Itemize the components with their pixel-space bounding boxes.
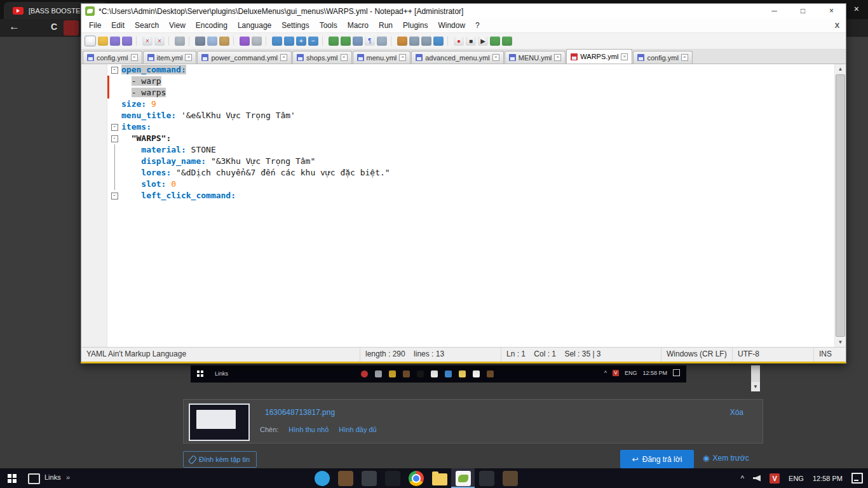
tab-menu-yml-6[interactable]: MENU.yml× xyxy=(505,51,566,64)
editor-scrollbar-thumb[interactable] xyxy=(836,74,845,337)
close-all-icon[interactable]: × xyxy=(154,36,165,46)
paste-icon[interactable] xyxy=(219,36,229,46)
editor[interactable]: 1-open_command:2 - warp3 - warps4size: 9… xyxy=(81,64,846,347)
fold-collapse-icon[interactable]: - xyxy=(111,124,118,131)
start-button[interactable] xyxy=(8,474,11,478)
run-macro-icon[interactable] xyxy=(502,36,512,46)
menu-item-window[interactable]: Window xyxy=(433,18,470,32)
tab-close-icon[interactable]: × xyxy=(280,54,287,61)
page-scrollbar[interactable]: ▼ xyxy=(751,365,760,391)
sync-vertical-icon[interactable] xyxy=(329,36,339,46)
fold-margin[interactable]: - xyxy=(109,133,119,144)
undo-icon[interactable] xyxy=(240,36,250,46)
fold-collapse-icon[interactable]: - xyxy=(111,135,118,142)
close-button[interactable]: × xyxy=(817,4,846,18)
tab-item-yml-1[interactable]: item.yml× xyxy=(143,51,197,64)
volume-icon[interactable] xyxy=(753,475,761,482)
menu-close-x[interactable]: X xyxy=(835,22,839,29)
fold-margin[interactable] xyxy=(109,98,119,110)
taskbar-app-dark-icon[interactable] xyxy=(357,468,381,488)
save-all-icon[interactable] xyxy=(122,36,132,46)
tab-advanced-menu-yml-5[interactable]: advanced_menu.yml× xyxy=(411,51,504,64)
tab-close-icon[interactable]: × xyxy=(554,54,561,61)
tab-config-yml-0[interactable]: config.yml× xyxy=(83,51,142,64)
fold-margin[interactable] xyxy=(109,87,119,98)
fold-margin[interactable] xyxy=(109,179,119,190)
word-wrap-icon[interactable] xyxy=(353,36,363,46)
fold-margin[interactable] xyxy=(109,156,119,167)
close-file-icon[interactable]: × xyxy=(142,36,153,46)
title-bar[interactable]: *C:\Users\Admin\Desktop\Server\plugins\D… xyxy=(81,4,846,18)
fold-margin[interactable]: - xyxy=(109,64,119,76)
taskbar-clock[interactable]: 12:58 PM xyxy=(813,475,843,482)
fold-margin[interactable] xyxy=(109,144,119,156)
fold-margin[interactable] xyxy=(109,167,119,179)
calculator-icon[interactable] xyxy=(475,468,498,488)
editor-scrollbar[interactable]: ▲ ▼ xyxy=(834,64,846,347)
tab-config-yml-8[interactable]: config.yml× xyxy=(633,51,693,64)
language-indicator[interactable]: ENG xyxy=(789,475,804,482)
tab-power-command-yml-2[interactable]: power_command.yml× xyxy=(197,51,292,64)
menu-item-view[interactable]: View xyxy=(164,18,191,32)
scroll-up-icon[interactable]: ▲ xyxy=(838,64,843,74)
save-macro-icon[interactable] xyxy=(490,36,500,46)
save-icon[interactable] xyxy=(110,36,120,46)
function-list-icon[interactable] xyxy=(397,36,407,46)
tab-warps-yml-7[interactable]: WARPS.yml× xyxy=(566,49,632,64)
menu-item-tools[interactable]: Tools xyxy=(315,18,342,32)
new-file-icon[interactable] xyxy=(85,36,96,46)
find-icon[interactable] xyxy=(272,36,282,46)
copy-icon[interactable] xyxy=(207,36,217,46)
reload-button[interactable]: C xyxy=(51,22,57,32)
play-macro-icon[interactable]: ▶ xyxy=(478,36,488,46)
preview-post-link[interactable]: ◉ Xem trước xyxy=(703,454,749,463)
menu-item-macro[interactable]: Macro xyxy=(342,18,374,32)
menu-item-file[interactable]: File xyxy=(84,18,106,32)
replace-icon[interactable] xyxy=(284,36,294,46)
attach-file-button[interactable]: Đính kèm tập tin xyxy=(183,451,257,468)
stop-macro-icon[interactable]: ■ xyxy=(466,36,476,46)
redo-icon[interactable] xyxy=(252,36,262,46)
taskbar-links-label[interactable]: Links xyxy=(44,473,61,481)
tab-close-icon[interactable]: × xyxy=(399,54,406,61)
fold-margin[interactable] xyxy=(109,110,119,121)
menu-item-plugins[interactable]: Plugins xyxy=(398,18,433,32)
print-icon[interactable] xyxy=(175,36,185,46)
links-chevron-icon[interactable]: » xyxy=(66,473,70,481)
scroll-down-icon[interactable]: ▼ xyxy=(838,337,843,347)
taskbar-app-media-icon[interactable] xyxy=(381,468,404,488)
menu-item-settings[interactable]: Settings xyxy=(276,18,314,32)
ime-vietkey-icon[interactable]: V xyxy=(770,473,780,484)
notepadpp-taskbar-icon[interactable] xyxy=(451,468,475,488)
minimize-button[interactable]: ─ xyxy=(760,4,789,18)
menu-item-help[interactable]: ? xyxy=(470,18,485,32)
record-macro-icon[interactable]: ● xyxy=(454,36,464,46)
tab-menu-yml-4[interactable]: menu.yml× xyxy=(353,51,411,64)
zoom-out-icon[interactable]: − xyxy=(308,36,318,46)
tab-close-icon[interactable]: × xyxy=(185,54,192,61)
tab-close-icon[interactable]: × xyxy=(492,54,499,61)
tab-close-icon[interactable]: × xyxy=(681,54,688,61)
taskbar-app-brown-icon[interactable] xyxy=(334,468,357,488)
page-scroll-down-button[interactable]: ▼ xyxy=(751,382,760,391)
document-map-icon[interactable] xyxy=(409,36,419,46)
action-center-icon[interactable] xyxy=(851,473,863,484)
cut-icon[interactable] xyxy=(195,36,205,46)
chrome-icon[interactable] xyxy=(404,468,428,488)
insert-thumbnail-link[interactable]: Hình thu nhỏ xyxy=(288,426,329,433)
tab-close-icon[interactable]: × xyxy=(341,54,348,61)
extension-icon[interactable] xyxy=(64,20,79,36)
task-view-icon[interactable] xyxy=(28,473,40,484)
indent-guide-icon[interactable] xyxy=(377,36,387,46)
tab-close-icon[interactable]: × xyxy=(131,54,138,61)
monitoring-icon[interactable] xyxy=(433,36,444,46)
line-number-gutter[interactable] xyxy=(81,64,107,347)
sync-horizontal-icon[interactable] xyxy=(341,36,351,46)
show-all-characters-icon[interactable]: ¶ xyxy=(365,36,375,46)
fold-margin[interactable]: - xyxy=(109,190,119,201)
tray-expand-icon[interactable]: ^ xyxy=(740,474,744,483)
zoom-in-icon[interactable]: + xyxy=(296,36,306,46)
fold-collapse-icon[interactable]: - xyxy=(111,67,118,74)
insert-fullsize-link[interactable]: Hình đầy đủ xyxy=(339,426,376,433)
fold-margin[interactable] xyxy=(109,201,119,213)
